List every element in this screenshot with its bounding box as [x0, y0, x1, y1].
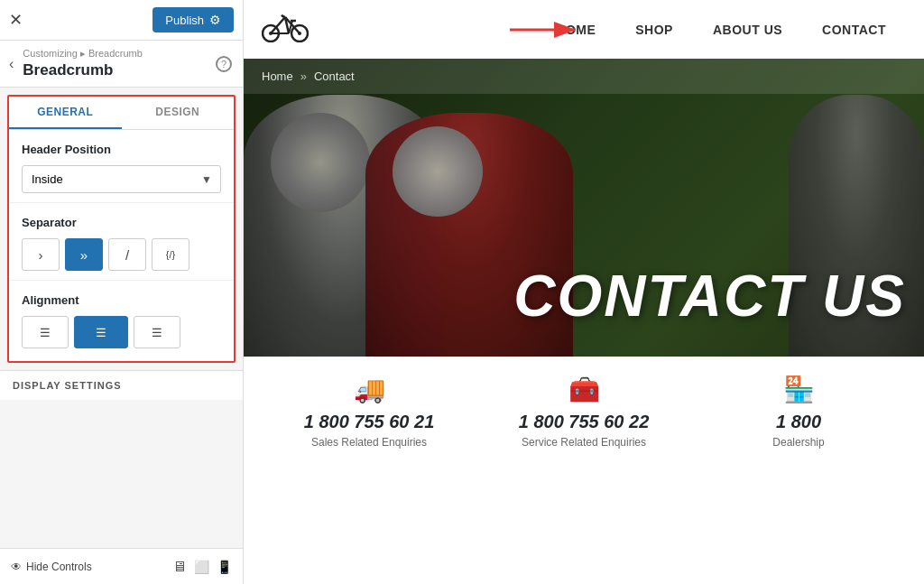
separator-chevron-button[interactable]: ›	[22, 238, 60, 271]
store-icon: 🏪	[700, 375, 897, 404]
alignment-btn-group: ☰ ☰ ☰	[22, 316, 221, 348]
preview-panel: HOME SHOP ABOUT US CONTACT	[244, 0, 924, 584]
hero-title: CONTACT US	[513, 263, 906, 329]
info-section: 🚚 1 800 755 60 21 Sales Related Enquirie…	[244, 357, 924, 458]
tabs-row: GENERAL DESIGN	[9, 97, 234, 130]
device-icons: 🖥 ⬜ 📱	[172, 559, 232, 575]
alignment-section: Alignment ☰ ☰ ☰	[9, 280, 234, 361]
align-left-button[interactable]: ☰	[22, 316, 69, 348]
left-panel: ✕ Publish ⚙ ‹ Customizing ▸ Breadcrumb B…	[0, 0, 244, 584]
hero-banner: Home » Contact CONTACT US	[244, 59, 924, 357]
nav-shop[interactable]: SHOP	[615, 23, 693, 37]
site-nav: HOME SHOP ABOUT US CONTACT	[536, 23, 906, 37]
breadcrumb-separator: »	[300, 70, 307, 83]
dealership-desc: Dealership	[700, 436, 897, 449]
nav-about-us[interactable]: ABOUT US	[693, 23, 802, 37]
publish-label: Publish	[165, 14, 204, 27]
separator-slash-button[interactable]: /	[108, 238, 146, 271]
align-right-button[interactable]: ☰	[134, 316, 180, 348]
breadcrumb-home-link[interactable]: Home	[262, 70, 293, 83]
sales-desc: Sales Related Enquiries	[271, 436, 467, 449]
breadcrumb-contact-link[interactable]: Contact	[314, 70, 355, 83]
site-header: HOME SHOP ABOUT US CONTACT	[244, 0, 924, 59]
header-position-label: Header Position	[22, 143, 221, 156]
close-button[interactable]: ✕	[9, 10, 23, 30]
info-card-dealership: 🏪 1 800 Dealership	[691, 375, 906, 449]
publish-button[interactable]: Publish ⚙	[152, 7, 234, 32]
header-position-section: Header Position Inside Outside Below ▼	[9, 130, 234, 202]
panel-title: Breadcrumb	[23, 60, 143, 79]
truck-icon: 🚚	[271, 375, 467, 404]
service-phone-number: 1 800 755 60 22	[485, 412, 682, 432]
alignment-label: Alignment	[22, 293, 221, 307]
top-bar: ✕ Publish ⚙	[0, 0, 243, 41]
nav-contact[interactable]: CONTACT	[802, 23, 906, 37]
site-logo	[262, 10, 309, 49]
desktop-view-button[interactable]: 🖥	[172, 559, 187, 575]
breadcrumb-overlay: Home » Contact	[244, 59, 924, 94]
tablet-view-button[interactable]: ⬜	[194, 559, 209, 575]
info-card-sales: 🚚 1 800 755 60 21 Sales Related Enquirie…	[262, 375, 476, 449]
toolbox-icon: 🧰	[485, 375, 682, 404]
help-icon[interactable]: ?	[216, 56, 232, 72]
gear-icon: ⚙	[209, 13, 221, 27]
breadcrumb-nav: ‹ Customizing ▸ Breadcrumb Breadcrumb ?	[0, 41, 243, 88]
tab-general[interactable]: GENERAL	[9, 97, 122, 129]
breadcrumb-links: Home » Contact	[262, 70, 906, 83]
dealership-phone-number: 1 800	[700, 412, 897, 432]
separator-section: Separator › » / {/}	[9, 202, 234, 280]
header-position-select[interactable]: Inside Outside Below	[22, 165, 221, 193]
eye-icon: 👁	[11, 561, 22, 573]
hide-controls-label: Hide Controls	[26, 561, 92, 573]
separator-btn-group: › » / {/}	[22, 238, 221, 271]
red-arrow-indicator	[505, 16, 587, 50]
settings-box: GENERAL DESIGN Header Position Inside Ou…	[7, 95, 236, 363]
back-arrow[interactable]: ‹	[9, 56, 14, 72]
service-desc: Service Related Enquiries	[485, 436, 682, 449]
breadcrumb-path: Customizing ▸ Breadcrumb	[23, 48, 143, 60]
separator-bracket-button[interactable]: {/}	[152, 238, 189, 271]
panel-content: GENERAL DESIGN Header Position Inside Ou…	[0, 88, 243, 548]
mobile-view-button[interactable]: 📱	[217, 559, 232, 575]
hide-controls-button[interactable]: 👁 Hide Controls	[11, 561, 92, 573]
sales-phone-number: 1 800 755 60 21	[271, 412, 467, 432]
bottom-bar: 👁 Hide Controls 🖥 ⬜ 📱	[0, 548, 243, 584]
info-card-service: 🧰 1 800 755 60 22 Service Related Enquir…	[476, 375, 691, 449]
separator-label: Separator	[22, 216, 221, 229]
tab-design[interactable]: DESIGN	[122, 97, 235, 129]
svg-line-9	[282, 15, 283, 17]
display-settings-bar: DISPLAY SETTINGS	[0, 370, 243, 400]
align-center-button[interactable]: ☰	[74, 316, 128, 348]
separator-double-chevron-button[interactable]: »	[65, 238, 103, 271]
header-position-select-wrapper: Inside Outside Below ▼	[22, 165, 221, 193]
